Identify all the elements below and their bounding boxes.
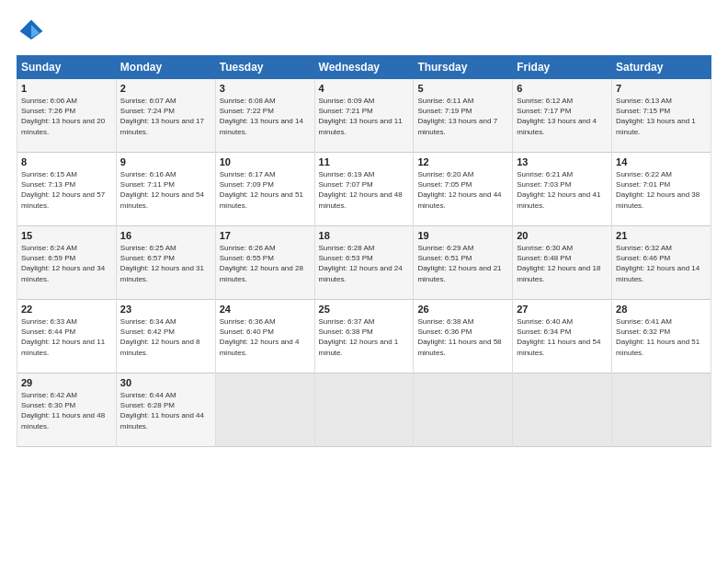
week-row-4: 22Sunrise: 6:33 AMSunset: 6:44 PMDayligh… (17, 300, 711, 373)
day-cell: 6Sunrise: 6:12 AMSunset: 7:17 PMDaylight… (513, 79, 612, 153)
day-number: 23 (120, 304, 211, 315)
day-details: Sunrise: 6:07 AMSunset: 7:24 PMDaylight:… (120, 97, 204, 136)
day-cell: 5Sunrise: 6:11 AMSunset: 7:19 PMDaylight… (414, 79, 513, 153)
header-cell-friday: Friday (513, 56, 612, 79)
day-cell (314, 373, 414, 447)
day-cell (612, 373, 711, 447)
day-details: Sunrise: 6:17 AMSunset: 7:09 PMDaylight:… (220, 170, 303, 210)
day-cell: 27Sunrise: 6:40 AMSunset: 6:34 PMDayligh… (513, 300, 612, 373)
day-details: Sunrise: 6:32 AMSunset: 6:46 PMDaylight:… (616, 244, 700, 283)
day-number: 22 (21, 304, 112, 315)
day-number: 4 (319, 83, 410, 94)
day-cell: 25Sunrise: 6:37 AMSunset: 6:38 PMDayligh… (314, 300, 414, 373)
day-details: Sunrise: 6:34 AMSunset: 6:42 PMDaylight:… (120, 317, 200, 357)
day-details: Sunrise: 6:13 AMSunset: 7:15 PMDaylight:… (616, 97, 696, 136)
day-details: Sunrise: 6:11 AMSunset: 7:19 PMDaylight:… (417, 97, 497, 136)
day-number: 6 (517, 83, 608, 94)
day-details: Sunrise: 6:12 AMSunset: 7:17 PMDaylight:… (517, 97, 597, 136)
day-number: 9 (120, 156, 211, 167)
day-details: Sunrise: 6:28 AMSunset: 6:53 PMDaylight:… (319, 244, 403, 283)
day-details: Sunrise: 6:16 AMSunset: 7:11 PMDaylight:… (120, 170, 204, 210)
day-details: Sunrise: 6:08 AMSunset: 7:22 PMDaylight:… (220, 97, 303, 136)
day-number: 5 (417, 83, 508, 94)
day-cell: 13Sunrise: 6:21 AMSunset: 7:03 PMDayligh… (513, 153, 612, 226)
day-number: 17 (220, 230, 311, 241)
day-cell: 2Sunrise: 6:07 AMSunset: 7:24 PMDaylight… (116, 79, 215, 153)
day-cell: 19Sunrise: 6:29 AMSunset: 6:51 PMDayligh… (414, 226, 513, 300)
day-number: 14 (616, 156, 707, 167)
logo-icon (17, 17, 46, 46)
day-cell: 12Sunrise: 6:20 AMSunset: 7:05 PMDayligh… (414, 153, 513, 226)
day-number: 12 (417, 156, 508, 167)
day-details: Sunrise: 6:06 AMSunset: 7:26 PMDaylight:… (21, 97, 105, 136)
day-cell: 1Sunrise: 6:06 AMSunset: 7:26 PMDaylight… (17, 79, 117, 153)
day-cell: 18Sunrise: 6:28 AMSunset: 6:53 PMDayligh… (314, 226, 414, 300)
day-number: 25 (319, 304, 410, 315)
day-details: Sunrise: 6:21 AMSunset: 7:03 PMDaylight:… (517, 170, 600, 210)
day-cell (513, 373, 612, 447)
day-number: 21 (616, 230, 707, 241)
day-number: 1 (21, 83, 112, 94)
day-cell: 7Sunrise: 6:13 AMSunset: 7:15 PMDaylight… (612, 79, 711, 153)
day-details: Sunrise: 6:41 AMSunset: 6:32 PMDaylight:… (616, 317, 700, 357)
day-number: 2 (120, 83, 211, 94)
day-cell: 11Sunrise: 6:19 AMSunset: 7:07 PMDayligh… (314, 153, 414, 226)
day-cell (414, 373, 513, 447)
day-cell: 17Sunrise: 6:26 AMSunset: 6:55 PMDayligh… (215, 226, 314, 300)
day-number: 3 (220, 83, 311, 94)
day-number: 10 (220, 156, 311, 167)
day-cell: 9Sunrise: 6:16 AMSunset: 7:11 PMDaylight… (116, 153, 215, 226)
day-details: Sunrise: 6:36 AMSunset: 6:40 PMDaylight:… (220, 317, 300, 357)
day-number: 7 (616, 83, 707, 94)
day-number: 16 (120, 230, 211, 241)
header (17, 17, 711, 46)
day-cell: 20Sunrise: 6:30 AMSunset: 6:48 PMDayligh… (513, 226, 612, 300)
header-cell-monday: Monday (116, 56, 215, 79)
header-cell-wednesday: Wednesday (314, 56, 414, 79)
header-cell-sunday: Sunday (17, 56, 117, 79)
day-number: 15 (21, 230, 112, 241)
day-cell: 22Sunrise: 6:33 AMSunset: 6:44 PMDayligh… (17, 300, 117, 373)
week-row-2: 8Sunrise: 6:15 AMSunset: 7:13 PMDaylight… (17, 153, 711, 226)
header-cell-tuesday: Tuesday (215, 56, 314, 79)
header-cell-thursday: Thursday (414, 56, 513, 79)
day-details: Sunrise: 6:33 AMSunset: 6:44 PMDaylight:… (21, 317, 105, 357)
day-cell: 3Sunrise: 6:08 AMSunset: 7:22 PMDaylight… (215, 79, 314, 153)
day-cell: 16Sunrise: 6:25 AMSunset: 6:57 PMDayligh… (116, 226, 215, 300)
day-details: Sunrise: 6:19 AMSunset: 7:07 PMDaylight:… (319, 170, 403, 210)
day-number: 19 (417, 230, 508, 241)
day-cell: 4Sunrise: 6:09 AMSunset: 7:21 PMDaylight… (314, 79, 414, 153)
day-details: Sunrise: 6:25 AMSunset: 6:57 PMDaylight:… (120, 244, 204, 283)
day-details: Sunrise: 6:42 AMSunset: 6:30 PMDaylight:… (21, 391, 105, 431)
header-cell-saturday: Saturday (612, 56, 711, 79)
day-details: Sunrise: 6:09 AMSunset: 7:21 PMDaylight:… (319, 97, 403, 136)
week-row-5: 29Sunrise: 6:42 AMSunset: 6:30 PMDayligh… (17, 373, 711, 447)
day-details: Sunrise: 6:38 AMSunset: 6:36 PMDaylight:… (417, 317, 501, 357)
day-cell: 14Sunrise: 6:22 AMSunset: 7:01 PMDayligh… (612, 153, 711, 226)
day-cell: 29Sunrise: 6:42 AMSunset: 6:30 PMDayligh… (17, 373, 117, 447)
day-number: 29 (21, 377, 112, 388)
day-number: 8 (21, 156, 112, 167)
week-row-3: 15Sunrise: 6:24 AMSunset: 6:59 PMDayligh… (17, 226, 711, 300)
day-cell: 28Sunrise: 6:41 AMSunset: 6:32 PMDayligh… (612, 300, 711, 373)
day-number: 13 (517, 156, 608, 167)
logo (17, 17, 51, 46)
day-number: 11 (319, 156, 410, 167)
day-cell: 10Sunrise: 6:17 AMSunset: 7:09 PMDayligh… (215, 153, 314, 226)
day-cell: 26Sunrise: 6:38 AMSunset: 6:36 PMDayligh… (414, 300, 513, 373)
day-cell: 21Sunrise: 6:32 AMSunset: 6:46 PMDayligh… (612, 226, 711, 300)
page: SundayMondayTuesdayWednesdayThursdayFrid… (0, 0, 728, 563)
day-details: Sunrise: 6:40 AMSunset: 6:34 PMDaylight:… (517, 317, 600, 357)
day-cell: 15Sunrise: 6:24 AMSunset: 6:59 PMDayligh… (17, 226, 117, 300)
day-cell: 24Sunrise: 6:36 AMSunset: 6:40 PMDayligh… (215, 300, 314, 373)
day-number: 30 (120, 377, 211, 388)
calendar-table: SundayMondayTuesdayWednesdayThursdayFrid… (17, 55, 711, 447)
day-details: Sunrise: 6:20 AMSunset: 7:05 PMDaylight:… (417, 170, 501, 210)
day-details: Sunrise: 6:24 AMSunset: 6:59 PMDaylight:… (21, 244, 105, 283)
day-details: Sunrise: 6:37 AMSunset: 6:38 PMDaylight:… (319, 317, 399, 357)
day-number: 27 (517, 304, 608, 315)
header-row: SundayMondayTuesdayWednesdayThursdayFrid… (17, 56, 711, 79)
week-row-1: 1Sunrise: 6:06 AMSunset: 7:26 PMDaylight… (17, 79, 711, 153)
day-number: 26 (417, 304, 508, 315)
day-details: Sunrise: 6:22 AMSunset: 7:01 PMDaylight:… (616, 170, 700, 210)
